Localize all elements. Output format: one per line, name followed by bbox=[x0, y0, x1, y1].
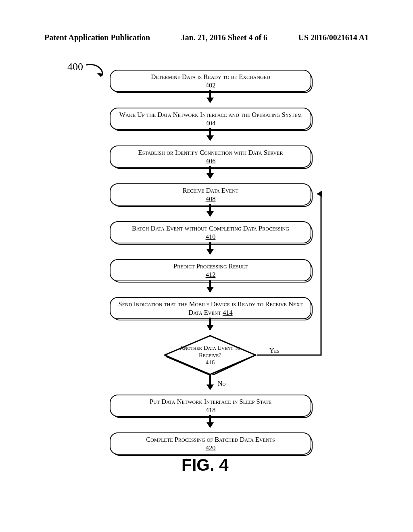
step-418-ref: 418 bbox=[115, 406, 307, 415]
arrow-412-414 bbox=[209, 280, 211, 292]
step-420-text: Complete Processing of Batched Data Even… bbox=[115, 436, 307, 444]
arrow-416-418 bbox=[209, 375, 211, 389]
arrow-404-406 bbox=[209, 128, 211, 140]
step-418: Put Data Network Interface in Sleep Stat… bbox=[110, 395, 311, 417]
step-420-ref: 420 bbox=[115, 444, 307, 453]
decision-416: Another Data Event to Receive? 416 bbox=[164, 335, 257, 375]
step-420: Complete Processing of Batched Data Even… bbox=[110, 432, 311, 455]
edge-no-label: No bbox=[218, 380, 226, 387]
decision-416-text: Another Data Event to Receive? bbox=[178, 344, 242, 359]
step-402-text: Determine Data is Ready to be Exchanged bbox=[115, 73, 307, 81]
step-404: Wake Up the Data Network Interface and t… bbox=[110, 108, 311, 130]
decision-416-ref: 416 bbox=[178, 359, 242, 366]
figure-caption: FIG. 4 bbox=[181, 455, 229, 475]
step-404-ref: 404 bbox=[115, 119, 307, 128]
step-406-ref: 406 bbox=[115, 157, 307, 166]
header-left: Patent Application Publication bbox=[44, 33, 150, 42]
header-center: Jan. 21, 2016 Sheet 4 of 6 bbox=[181, 33, 267, 42]
step-404-text: Wake Up the Data Network Interface and t… bbox=[115, 111, 307, 119]
arrow-408-410 bbox=[209, 204, 211, 216]
step-414-ref: 414 bbox=[223, 309, 233, 316]
step-402-ref: 402 bbox=[115, 81, 307, 90]
loop-yes-line bbox=[257, 191, 329, 360]
flowchart-canvas: 400 Determine Data is Ready to be Exchan… bbox=[0, 58, 413, 510]
arrow-418-420 bbox=[209, 415, 211, 427]
figure-ref-number: 400 bbox=[67, 61, 83, 73]
arrow-410-412 bbox=[209, 242, 211, 254]
page-header: Patent Application Publication Jan. 21, … bbox=[44, 33, 369, 42]
step-406-text: Establish or Identify Connection with Da… bbox=[115, 149, 307, 157]
step-402: Determine Data is Ready to be Exchanged … bbox=[110, 70, 311, 92]
step-406: Establish or Identify Connection with Da… bbox=[110, 145, 311, 168]
header-right: US 2016/0021614 A1 bbox=[298, 33, 369, 42]
arrow-402-404 bbox=[209, 90, 211, 102]
arrow-414-416 bbox=[209, 318, 211, 330]
step-418-text: Put Data Network Interface in Sleep Stat… bbox=[115, 398, 307, 406]
arrow-406-408 bbox=[209, 166, 211, 178]
svg-marker-2 bbox=[317, 191, 322, 197]
